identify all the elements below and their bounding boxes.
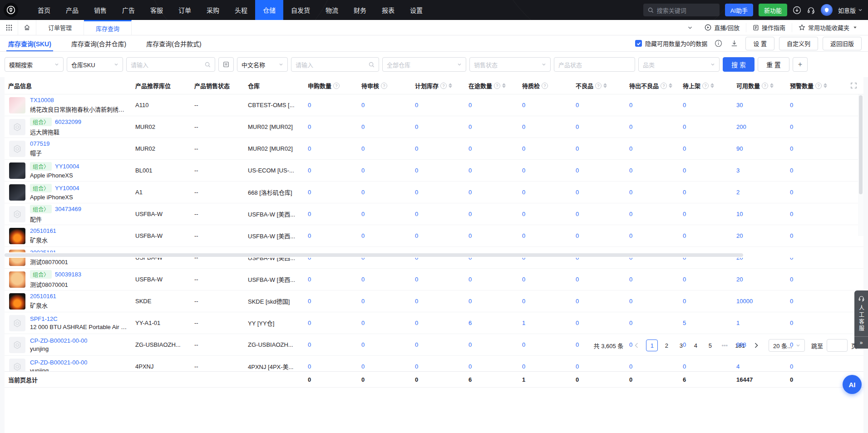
product-thumbnail[interactable]	[9, 141, 25, 157]
qty-待上架[interactable]: 0	[679, 123, 733, 130]
qty-不良品[interactable]: 0	[572, 102, 626, 108]
qty-待审核[interactable]: 0	[358, 102, 411, 108]
qty-不良品[interactable]: 0	[572, 232, 626, 239]
qty-待出不良品[interactable]: 0	[626, 276, 679, 283]
qty-可用数量[interactable]: 10000	[733, 298, 786, 305]
qty-不良品[interactable]: 0	[572, 189, 626, 196]
nav-item-客服[interactable]: 客服	[143, 0, 171, 20]
qty-预警数量[interactable]: 0	[786, 363, 840, 370]
help-icon[interactable]: ?	[333, 83, 340, 89]
nav-item-财务[interactable]: 财务	[346, 0, 374, 20]
reset-button[interactable]: 重 置	[758, 57, 789, 72]
qty-预警数量[interactable]: 0	[786, 211, 840, 217]
help-icon[interactable]: ?	[381, 83, 387, 89]
category-select[interactable]: 品类	[638, 57, 720, 72]
product-sku-link[interactable]: CP-ZD-B00021-00-00	[30, 359, 87, 366]
subtab-库存查询(合并仓库)[interactable]: 库存查询(合并仓库)	[69, 35, 128, 51]
global-search-input[interactable]: 搜索关键词	[643, 4, 720, 16]
info-icon[interactable]	[714, 39, 723, 47]
qty-可用数量[interactable]: 90	[733, 145, 786, 152]
qty-申购数量[interactable]: 0	[304, 298, 358, 305]
column-header-预警数量[interactable]: 预警数量?	[786, 81, 840, 90]
qty-可用数量[interactable]: 4	[733, 363, 786, 370]
product-sku-link[interactable]: 60232099	[55, 118, 81, 125]
qty-可用数量[interactable]: 3	[733, 167, 786, 174]
logo[interactable]	[4, 3, 18, 17]
combo-badge[interactable]: 组合〉	[30, 205, 52, 213]
combo-badge[interactable]: 组合〉	[30, 162, 52, 171]
product-sku-link[interactable]: 50039183	[55, 271, 81, 278]
qty-预警数量[interactable]: 0	[786, 341, 840, 348]
collapse-button[interactable]: »	[854, 337, 868, 349]
qty-可用数量[interactable]: 2	[733, 189, 786, 196]
export-download-icon[interactable]	[730, 39, 739, 47]
qty-待质检[interactable]: 0	[518, 189, 572, 196]
qty-待上架[interactable]: 0	[679, 145, 733, 152]
qty-待质检[interactable]: 1	[518, 320, 572, 326]
search-mode-select[interactable]: 模糊搜索	[5, 57, 64, 72]
qty-预警数量[interactable]: 0	[786, 145, 840, 152]
qty-待上架[interactable]: 0	[679, 341, 733, 348]
qty-待出不良品[interactable]: 0	[626, 211, 679, 217]
product-thumbnail[interactable]	[9, 97, 25, 113]
qty-待审核[interactable]: 0	[358, 320, 411, 326]
qty-申购数量[interactable]: 0	[304, 189, 358, 196]
qty-申购数量[interactable]: 0	[304, 363, 358, 370]
tabbar-link-直播/回放[interactable]: 直播/回放	[698, 23, 746, 32]
checkbox-checked-icon[interactable]	[635, 40, 642, 47]
qty-待审核[interactable]: 0	[358, 145, 411, 152]
sort-icon[interactable]	[770, 83, 774, 88]
qty-不良品[interactable]: 0	[572, 145, 626, 152]
product-thumbnail[interactable]	[9, 315, 25, 331]
product-sku-link[interactable]: SPF1-12C	[30, 315, 58, 322]
qty-预警数量[interactable]: 0	[786, 320, 840, 326]
qty-待质检[interactable]: 0	[518, 276, 572, 283]
qty-不良品[interactable]: 0	[572, 276, 626, 283]
hide-zero-checkbox-row[interactable]: 隐藏可用数量为0的数据	[635, 39, 707, 48]
product-thumbnail[interactable]	[9, 184, 25, 201]
nav-item-设置[interactable]: 设置	[402, 0, 430, 20]
qty-预警数量[interactable]: 0	[786, 298, 840, 305]
qty-不良品[interactable]: 0	[572, 341, 626, 348]
qty-待上架[interactable]: 0	[679, 232, 733, 239]
product-thumbnail[interactable]	[9, 119, 25, 135]
qty-申购数量[interactable]: 0	[304, 145, 358, 152]
subtab-库存查询(SKU)[interactable]: 库存查询(SKU)	[6, 35, 53, 51]
qty-可用数量[interactable]: 20	[733, 276, 786, 283]
qty-不良品[interactable]: 0	[572, 363, 626, 370]
qty-在途数量[interactable]: 0	[465, 102, 518, 108]
qty-待质检[interactable]: 0	[518, 123, 572, 130]
qty-待质检[interactable]: 0	[518, 145, 572, 152]
product-thumbnail[interactable]	[9, 337, 25, 353]
qty-待质检[interactable]: 0	[518, 232, 572, 239]
help-icon[interactable]: ?	[494, 83, 500, 89]
qty-待出不良品[interactable]: 0	[626, 320, 679, 326]
column-header-待上架[interactable]: 待上架?	[679, 81, 733, 90]
subtab-库存查询(合并款式)[interactable]: 库存查询(合并款式)	[144, 35, 203, 51]
apps-grid-icon[interactable]	[0, 20, 18, 35]
window-tab-库存查询[interactable]: 库存查询	[84, 20, 132, 35]
download-circle-icon[interactable]	[793, 6, 801, 15]
qty-待上架[interactable]: 0	[679, 363, 733, 370]
product-sku-link[interactable]: 20510161	[30, 293, 56, 300]
qty-待审核[interactable]: 0	[358, 232, 411, 239]
toolbar-button-自定义列[interactable]: 自定义列	[779, 37, 818, 50]
product-sku-link[interactable]: TX10008	[30, 97, 54, 103]
fullscreen-expand-icon[interactable]	[840, 82, 863, 89]
product-sku-link[interactable]: YY10004	[55, 185, 79, 192]
sale-status-select[interactable]: 销售状态	[469, 57, 551, 72]
qty-申购数量[interactable]: 0	[304, 123, 358, 130]
column-header-计划库存[interactable]: 计划库存?	[411, 81, 465, 90]
nav-item-订单[interactable]: 订单	[171, 0, 199, 20]
qty-在途数量[interactable]: 6	[465, 320, 518, 326]
sort-icon[interactable]	[710, 83, 714, 88]
product-thumbnail[interactable]	[9, 359, 25, 372]
qty-待质检[interactable]: 0	[518, 298, 572, 305]
toolbar-button-设置[interactable]: 设 置	[745, 37, 774, 50]
qty-计划库存[interactable]: 0	[411, 341, 465, 348]
qty-待质检[interactable]: 0	[518, 102, 572, 108]
combo-badge[interactable]: 组合〉	[30, 184, 52, 192]
qty-计划库存[interactable]: 0	[411, 123, 465, 130]
nav-item-销售[interactable]: 销售	[86, 0, 114, 20]
add-filter-button[interactable]: +	[793, 57, 808, 72]
